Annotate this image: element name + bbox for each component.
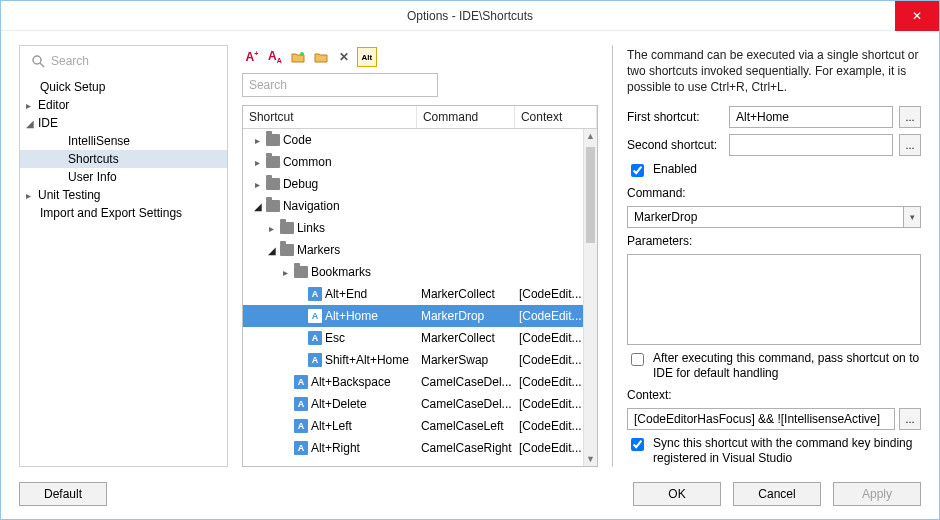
tree-expand-closed-icon[interactable]: ▸: [267, 223, 277, 234]
close-button[interactable]: ✕: [895, 1, 939, 31]
second-shortcut-label: Second shortcut:: [627, 138, 723, 152]
pass-label: After executing this command, pass short…: [653, 351, 921, 382]
ok-button[interactable]: OK: [633, 482, 721, 506]
shortcut-search-input[interactable]: [242, 73, 438, 97]
parameters-input[interactable]: [627, 254, 921, 345]
shortcut-icon: A: [294, 419, 308, 433]
tree-expand-closed-icon[interactable]: ▸: [281, 267, 291, 278]
tree-expand-closed-icon[interactable]: ▸: [253, 135, 263, 146]
scroll-up-icon[interactable]: ▲: [584, 129, 597, 143]
shortcut-search: [242, 73, 598, 97]
nav-item-unit-testing[interactable]: ▸Unit Testing: [20, 186, 227, 204]
nav-item-label: Quick Setup: [40, 80, 105, 94]
nav-item-label: IDE: [38, 116, 58, 130]
tree-folder[interactable]: ▸Debug: [243, 173, 597, 195]
scrollbar[interactable]: ▲ ▼: [583, 129, 597, 466]
row-label: Code: [283, 133, 312, 147]
first-shortcut-input[interactable]: [729, 106, 893, 128]
nav-item-editor[interactable]: ▸Editor: [20, 96, 227, 114]
tree-folder[interactable]: ◢Markers: [243, 239, 597, 261]
command-select[interactable]: ▾: [627, 206, 921, 228]
enabled-row: Enabled: [627, 162, 921, 180]
new-folder-button[interactable]: [288, 47, 308, 67]
shortcut-row[interactable]: AAlt+DeleteCamelCaseDel...[CodeEdit...: [243, 393, 597, 415]
pass-checkbox[interactable]: [631, 353, 644, 366]
shortcut-row[interactable]: AShift+Alt+HomeMarkerSwap[CodeEdit...: [243, 349, 597, 371]
shortcut-row[interactable]: AAlt+BackspaceCamelCaseDel...[CodeEdit..…: [243, 371, 597, 393]
expand-closed-icon: ▸: [26, 100, 38, 111]
apply-button[interactable]: Apply: [833, 482, 921, 506]
alt-filter-button[interactable]: Alt: [357, 47, 377, 67]
chevron-down-icon[interactable]: ▾: [903, 206, 921, 228]
row-label: Alt+Right: [311, 441, 360, 455]
folder-icon: [280, 244, 294, 256]
nav-item-import-and-export-settings[interactable]: Import and Export Settings: [20, 204, 227, 222]
command-input[interactable]: [627, 206, 903, 228]
row-command: CamelCaseDel...: [421, 375, 519, 389]
description-text: The command can be executed via a single…: [627, 47, 921, 96]
row-command: CamelCaseLeft: [421, 419, 519, 433]
scroll-down-icon[interactable]: ▼: [584, 452, 597, 466]
category-tree: Quick Setup▸Editor◢IDEIntelliSenseShortc…: [19, 45, 228, 467]
shortcut-row[interactable]: AAlt+HomeMarkerDrop[CodeEdit...: [243, 305, 597, 327]
row-label: Markers: [297, 243, 340, 257]
tree-folder[interactable]: ▸Common: [243, 151, 597, 173]
nav-search-input[interactable]: [49, 53, 216, 69]
default-button[interactable]: Default: [19, 482, 107, 506]
sync-checkbox[interactable]: [631, 438, 644, 451]
shortcut-row[interactable]: AAlt+LeftCamelCaseLeft[CodeEdit...: [243, 415, 597, 437]
nav-item-ide[interactable]: ◢IDE: [20, 114, 227, 132]
row-command: MarkerSwap: [421, 353, 519, 367]
content-area: Quick Setup▸Editor◢IDEIntelliSenseShortc…: [1, 31, 939, 467]
row-label: Shift+Alt+Home: [325, 353, 409, 367]
toolbar: A+ AA ✕ Alt: [242, 45, 598, 73]
folder-icon: [266, 134, 280, 146]
shortcut-row[interactable]: AAlt+RightCamelCaseRight[CodeEdit...: [243, 437, 597, 459]
nav-search[interactable]: [24, 50, 223, 72]
second-shortcut-row: Second shortcut: ...: [627, 134, 921, 156]
context-input[interactable]: [627, 408, 895, 430]
search-icon: [31, 54, 45, 68]
row-label: Links: [297, 221, 325, 235]
command-label: Command:: [627, 186, 921, 200]
tree-folder[interactable]: ▸Bookmarks: [243, 261, 597, 283]
nav-item-label: Import and Export Settings: [40, 206, 182, 220]
cancel-button[interactable]: Cancel: [733, 482, 821, 506]
rename-button[interactable]: [311, 47, 331, 67]
tree-expand-closed-icon[interactable]: ▸: [253, 179, 263, 190]
second-shortcut-browse[interactable]: ...: [899, 134, 921, 156]
nav-item-shortcuts[interactable]: Shortcuts: [20, 150, 227, 168]
tree-expand-closed-icon[interactable]: ▸: [253, 157, 263, 168]
enabled-checkbox[interactable]: [631, 164, 644, 177]
new-shortcut-button[interactable]: A+: [242, 47, 262, 67]
shortcut-row[interactable]: AEscMarkerCollect[CodeEdit...: [243, 327, 597, 349]
col-context[interactable]: Context: [515, 106, 597, 128]
shortcut-icon: A: [308, 353, 322, 367]
tree-expand-open-icon[interactable]: ◢: [267, 245, 277, 256]
context-label: Context:: [627, 388, 921, 402]
first-shortcut-browse[interactable]: ...: [899, 106, 921, 128]
tree-folder[interactable]: ▸Code: [243, 129, 597, 151]
nav-item-user-info[interactable]: User Info: [20, 168, 227, 186]
tree-folder[interactable]: ◢Navigation: [243, 195, 597, 217]
row-label: Common: [283, 155, 332, 169]
folder-icon: [266, 156, 280, 168]
tree-expand-open-icon[interactable]: ◢: [253, 201, 263, 212]
tree-folder[interactable]: ▸Links: [243, 217, 597, 239]
context-browse[interactable]: ...: [899, 408, 921, 430]
col-command[interactable]: Command: [417, 106, 515, 128]
detail-panel: The command can be executed via a single…: [612, 45, 921, 467]
expand-closed-icon: ▸: [26, 190, 38, 201]
duplicate-shortcut-button[interactable]: AA: [265, 47, 285, 67]
nav-item-intellisense[interactable]: IntelliSense: [20, 132, 227, 150]
second-shortcut-input[interactable]: [729, 134, 893, 156]
grid-body: ▸Code▸Common▸Debug◢Navigation▸Links◢Mark…: [243, 129, 597, 466]
folder-icon: [266, 200, 280, 212]
shortcut-row[interactable]: AAlt+EndMarkerCollect[CodeEdit...: [243, 283, 597, 305]
col-shortcut[interactable]: Shortcut: [243, 106, 417, 128]
folder-icon: [266, 178, 280, 190]
nav-item-quick-setup[interactable]: Quick Setup: [20, 78, 227, 96]
scroll-thumb[interactable]: [586, 147, 595, 243]
delete-button[interactable]: ✕: [334, 47, 354, 67]
svg-line-1: [40, 63, 44, 67]
